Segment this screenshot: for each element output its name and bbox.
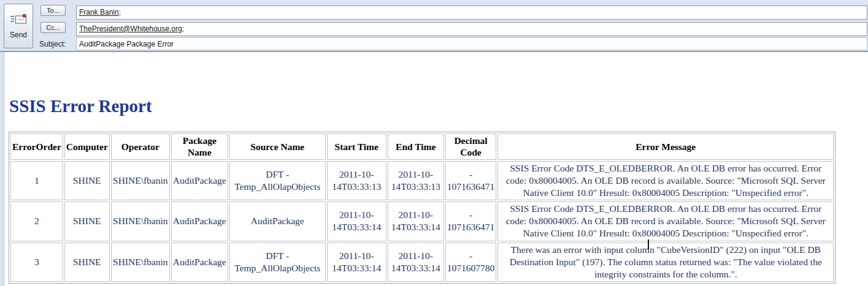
- col-header-start-time: Start Time: [327, 134, 386, 160]
- email-body[interactable]: SSIS Error Report ErrorOrder Computer Op…: [4, 52, 868, 286]
- cc-recipient: ThePresident@Whitehouse.org: [79, 24, 182, 33]
- cell-computer: SHINE: [64, 243, 110, 282]
- cc-separator: ;: [182, 24, 184, 33]
- table-row: 3 SHINE SHINE\fbanin AuditPackage DFT - …: [10, 243, 834, 282]
- cell-end-time: 2011-10-14T03:33:14: [388, 243, 444, 282]
- subject-field[interactable]: AuditPackage Package Error: [76, 37, 867, 50]
- table-row: 1 SHINE SHINE\fbanin AuditPackage DFT - …: [10, 161, 834, 200]
- table-row: 2 SHINE SHINE\fbanin AuditPackage AuditP…: [10, 201, 834, 241]
- cell-end-time: 2011-10-14T03:33:13: [388, 161, 444, 200]
- cell-package-name: AuditPackage: [171, 201, 228, 241]
- col-header-error-message: Error Message: [497, 134, 834, 160]
- to-field[interactable]: Frank Banin;: [76, 6, 867, 20]
- table-header-row: ErrorOrder Computer Operator Package Nam…: [10, 134, 834, 160]
- send-envelope-icon: [9, 13, 28, 28]
- cell-error-message: SSIS Error Code DTS_E_OLEDBERROR. An OLE…: [497, 201, 834, 241]
- cell-source-name: AuditPackage: [229, 201, 326, 241]
- cell-error-order: 1: [10, 161, 63, 200]
- cell-decimal-code: -1071636471: [445, 201, 497, 241]
- cell-error-message: There was an error with input column "Cu…: [497, 243, 834, 282]
- cell-computer: SHINE: [64, 201, 110, 241]
- col-header-computer: Computer: [64, 134, 110, 160]
- cell-source-name: DFT - Temp_AllOlapObjects: [229, 243, 326, 282]
- cell-start-time: 2011-10-14T03:33:13: [327, 161, 386, 200]
- col-header-package-name: Package Name: [171, 134, 228, 160]
- text-cursor: [648, 239, 649, 249]
- error-report-table: ErrorOrder Computer Operator Package Nam…: [9, 132, 835, 284]
- cell-computer: SHINE: [64, 161, 110, 200]
- cell-package-name: AuditPackage: [171, 243, 228, 282]
- cell-package-name: AuditPackage: [171, 161, 228, 200]
- cell-error-order: 3: [10, 243, 63, 282]
- cell-decimal-code: -1071636471: [445, 161, 497, 200]
- cell-start-time: 2011-10-14T03:33:14: [327, 201, 386, 241]
- subject-label: Subject:: [39, 40, 66, 48]
- compose-header: Send To... Cc... Subject: Frank Banin; T…: [0, 0, 868, 51]
- cc-field[interactable]: ThePresident@Whitehouse.org;: [76, 22, 867, 36]
- cell-operator: SHINE\fbanin: [111, 161, 170, 200]
- to-button[interactable]: To...: [40, 5, 66, 16]
- send-button-label: Send: [10, 31, 27, 39]
- cell-error-message: SSIS Error Code DTS_E_OLEDBERROR. An OLE…: [497, 161, 834, 200]
- send-button[interactable]: Send: [4, 4, 33, 48]
- report-title: SSIS Error Report: [9, 96, 868, 116]
- to-recipient: Frank Banin: [79, 8, 119, 17]
- col-header-operator: Operator: [111, 134, 170, 160]
- cell-source-name: DFT - Temp_AllOlapObjects: [229, 161, 326, 200]
- cell-decimal-code: -1071607780: [445, 243, 497, 282]
- col-header-error-order: ErrorOrder: [10, 134, 63, 160]
- cell-operator: SHINE\fbanin: [111, 201, 170, 241]
- to-separator: ;: [119, 8, 121, 17]
- col-header-end-time: End Time: [388, 134, 444, 160]
- cell-start-time: 2011-10-14T03:33:14: [327, 243, 386, 282]
- cell-error-order: 2: [10, 201, 63, 241]
- email-compose-window: Send To... Cc... Subject: Frank Banin; T…: [0, 0, 868, 286]
- col-header-source-name: Source Name: [229, 134, 326, 160]
- col-header-decimal-code: Decimal Code: [445, 134, 497, 160]
- cc-button[interactable]: Cc...: [40, 22, 66, 33]
- subject-value: AuditPackage Package Error: [79, 40, 174, 48]
- cell-end-time: 2011-10-14T03:33:14: [388, 201, 444, 241]
- cell-operator: SHINE\fbanin: [111, 243, 170, 282]
